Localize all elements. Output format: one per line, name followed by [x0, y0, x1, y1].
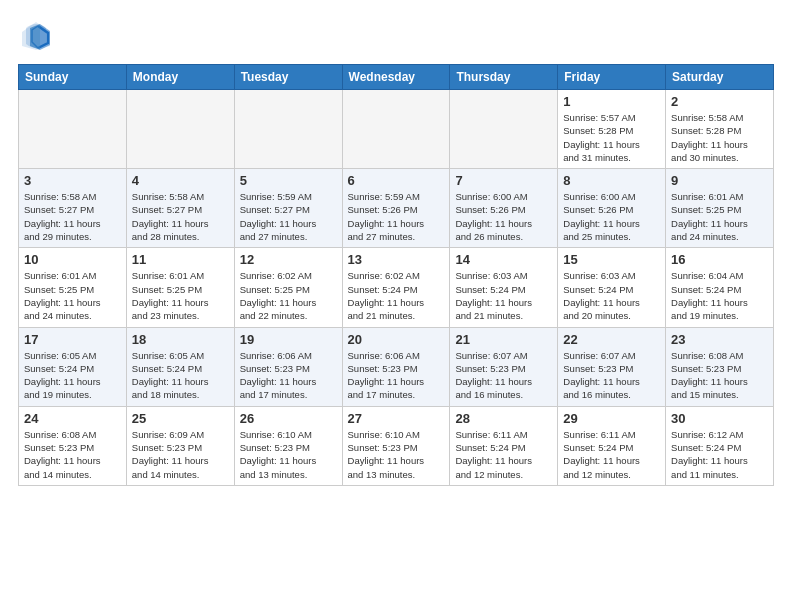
day-info: Sunrise: 5:59 AM Sunset: 5:26 PM Dayligh…: [348, 190, 445, 243]
calendar-cell: 4Sunrise: 5:58 AM Sunset: 5:27 PM Daylig…: [126, 169, 234, 248]
calendar-cell: 2Sunrise: 5:58 AM Sunset: 5:28 PM Daylig…: [666, 90, 774, 169]
day-info: Sunrise: 6:12 AM Sunset: 5:24 PM Dayligh…: [671, 428, 768, 481]
day-number: 3: [24, 173, 121, 188]
day-number: 21: [455, 332, 552, 347]
day-info: Sunrise: 6:01 AM Sunset: 5:25 PM Dayligh…: [132, 269, 229, 322]
day-info: Sunrise: 6:00 AM Sunset: 5:26 PM Dayligh…: [455, 190, 552, 243]
day-number: 27: [348, 411, 445, 426]
day-number: 23: [671, 332, 768, 347]
day-number: 18: [132, 332, 229, 347]
calendar-cell: 22Sunrise: 6:07 AM Sunset: 5:23 PM Dayli…: [558, 327, 666, 406]
day-info: Sunrise: 6:01 AM Sunset: 5:25 PM Dayligh…: [24, 269, 121, 322]
day-number: 12: [240, 252, 337, 267]
calendar-cell: 3Sunrise: 5:58 AM Sunset: 5:27 PM Daylig…: [19, 169, 127, 248]
calendar-cell: 14Sunrise: 6:03 AM Sunset: 5:24 PM Dayli…: [450, 248, 558, 327]
calendar-cell: 16Sunrise: 6:04 AM Sunset: 5:24 PM Dayli…: [666, 248, 774, 327]
calendar-cell: 26Sunrise: 6:10 AM Sunset: 5:23 PM Dayli…: [234, 406, 342, 485]
day-number: 6: [348, 173, 445, 188]
svg-marker-3: [30, 24, 40, 50]
calendar-cell: 6Sunrise: 5:59 AM Sunset: 5:26 PM Daylig…: [342, 169, 450, 248]
day-number: 26: [240, 411, 337, 426]
day-number: 16: [671, 252, 768, 267]
calendar: SundayMondayTuesdayWednesdayThursdayFrid…: [18, 64, 774, 486]
day-number: 14: [455, 252, 552, 267]
day-number: 4: [132, 173, 229, 188]
day-info: Sunrise: 5:58 AM Sunset: 5:28 PM Dayligh…: [671, 111, 768, 164]
day-info: Sunrise: 6:03 AM Sunset: 5:24 PM Dayligh…: [455, 269, 552, 322]
day-number: 11: [132, 252, 229, 267]
calendar-cell: 17Sunrise: 6:05 AM Sunset: 5:24 PM Dayli…: [19, 327, 127, 406]
calendar-week-row-4: 24Sunrise: 6:08 AM Sunset: 5:23 PM Dayli…: [19, 406, 774, 485]
day-info: Sunrise: 5:58 AM Sunset: 5:27 PM Dayligh…: [132, 190, 229, 243]
calendar-cell: 13Sunrise: 6:02 AM Sunset: 5:24 PM Dayli…: [342, 248, 450, 327]
weekday-header-tuesday: Tuesday: [234, 65, 342, 90]
weekday-header-wednesday: Wednesday: [342, 65, 450, 90]
day-info: Sunrise: 6:11 AM Sunset: 5:24 PM Dayligh…: [455, 428, 552, 481]
day-info: Sunrise: 6:00 AM Sunset: 5:26 PM Dayligh…: [563, 190, 660, 243]
day-number: 10: [24, 252, 121, 267]
day-info: Sunrise: 6:05 AM Sunset: 5:24 PM Dayligh…: [24, 349, 121, 402]
calendar-week-row-1: 3Sunrise: 5:58 AM Sunset: 5:27 PM Daylig…: [19, 169, 774, 248]
day-info: Sunrise: 6:01 AM Sunset: 5:25 PM Dayligh…: [671, 190, 768, 243]
calendar-week-row-2: 10Sunrise: 6:01 AM Sunset: 5:25 PM Dayli…: [19, 248, 774, 327]
header: [18, 18, 774, 54]
weekday-header-saturday: Saturday: [666, 65, 774, 90]
calendar-cell: 23Sunrise: 6:08 AM Sunset: 5:23 PM Dayli…: [666, 327, 774, 406]
logo-icon: [18, 18, 54, 54]
day-number: 19: [240, 332, 337, 347]
day-number: 28: [455, 411, 552, 426]
day-number: 15: [563, 252, 660, 267]
weekday-header-friday: Friday: [558, 65, 666, 90]
calendar-cell: 15Sunrise: 6:03 AM Sunset: 5:24 PM Dayli…: [558, 248, 666, 327]
calendar-cell: 24Sunrise: 6:08 AM Sunset: 5:23 PM Dayli…: [19, 406, 127, 485]
calendar-cell: 5Sunrise: 5:59 AM Sunset: 5:27 PM Daylig…: [234, 169, 342, 248]
day-info: Sunrise: 6:10 AM Sunset: 5:23 PM Dayligh…: [240, 428, 337, 481]
calendar-cell: 29Sunrise: 6:11 AM Sunset: 5:24 PM Dayli…: [558, 406, 666, 485]
calendar-cell: [450, 90, 558, 169]
day-info: Sunrise: 6:11 AM Sunset: 5:24 PM Dayligh…: [563, 428, 660, 481]
weekday-header-sunday: Sunday: [19, 65, 127, 90]
calendar-cell: 19Sunrise: 6:06 AM Sunset: 5:23 PM Dayli…: [234, 327, 342, 406]
day-number: 13: [348, 252, 445, 267]
day-info: Sunrise: 6:04 AM Sunset: 5:24 PM Dayligh…: [671, 269, 768, 322]
weekday-header-monday: Monday: [126, 65, 234, 90]
day-info: Sunrise: 6:09 AM Sunset: 5:23 PM Dayligh…: [132, 428, 229, 481]
weekday-header-thursday: Thursday: [450, 65, 558, 90]
calendar-cell: 9Sunrise: 6:01 AM Sunset: 5:25 PM Daylig…: [666, 169, 774, 248]
calendar-week-row-0: 1Sunrise: 5:57 AM Sunset: 5:28 PM Daylig…: [19, 90, 774, 169]
day-info: Sunrise: 5:58 AM Sunset: 5:27 PM Dayligh…: [24, 190, 121, 243]
calendar-week-row-3: 17Sunrise: 6:05 AM Sunset: 5:24 PM Dayli…: [19, 327, 774, 406]
day-info: Sunrise: 6:07 AM Sunset: 5:23 PM Dayligh…: [455, 349, 552, 402]
calendar-cell: [234, 90, 342, 169]
day-number: 9: [671, 173, 768, 188]
day-number: 1: [563, 94, 660, 109]
calendar-cell: 27Sunrise: 6:10 AM Sunset: 5:23 PM Dayli…: [342, 406, 450, 485]
page: SundayMondayTuesdayWednesdayThursdayFrid…: [0, 0, 792, 612]
calendar-cell: 28Sunrise: 6:11 AM Sunset: 5:24 PM Dayli…: [450, 406, 558, 485]
day-number: 7: [455, 173, 552, 188]
calendar-cell: 1Sunrise: 5:57 AM Sunset: 5:28 PM Daylig…: [558, 90, 666, 169]
calendar-cell: [342, 90, 450, 169]
day-number: 30: [671, 411, 768, 426]
calendar-cell: [126, 90, 234, 169]
day-info: Sunrise: 6:08 AM Sunset: 5:23 PM Dayligh…: [671, 349, 768, 402]
calendar-cell: 7Sunrise: 6:00 AM Sunset: 5:26 PM Daylig…: [450, 169, 558, 248]
day-info: Sunrise: 5:57 AM Sunset: 5:28 PM Dayligh…: [563, 111, 660, 164]
day-info: Sunrise: 6:05 AM Sunset: 5:24 PM Dayligh…: [132, 349, 229, 402]
calendar-cell: 25Sunrise: 6:09 AM Sunset: 5:23 PM Dayli…: [126, 406, 234, 485]
weekday-header-row: SundayMondayTuesdayWednesdayThursdayFrid…: [19, 65, 774, 90]
calendar-cell: 18Sunrise: 6:05 AM Sunset: 5:24 PM Dayli…: [126, 327, 234, 406]
day-number: 5: [240, 173, 337, 188]
day-number: 2: [671, 94, 768, 109]
day-info: Sunrise: 6:02 AM Sunset: 5:24 PM Dayligh…: [348, 269, 445, 322]
day-number: 17: [24, 332, 121, 347]
day-number: 29: [563, 411, 660, 426]
calendar-cell: 30Sunrise: 6:12 AM Sunset: 5:24 PM Dayli…: [666, 406, 774, 485]
calendar-cell: [19, 90, 127, 169]
day-info: Sunrise: 6:06 AM Sunset: 5:23 PM Dayligh…: [240, 349, 337, 402]
day-number: 25: [132, 411, 229, 426]
day-info: Sunrise: 6:02 AM Sunset: 5:25 PM Dayligh…: [240, 269, 337, 322]
calendar-cell: 20Sunrise: 6:06 AM Sunset: 5:23 PM Dayli…: [342, 327, 450, 406]
calendar-cell: 11Sunrise: 6:01 AM Sunset: 5:25 PM Dayli…: [126, 248, 234, 327]
day-number: 8: [563, 173, 660, 188]
